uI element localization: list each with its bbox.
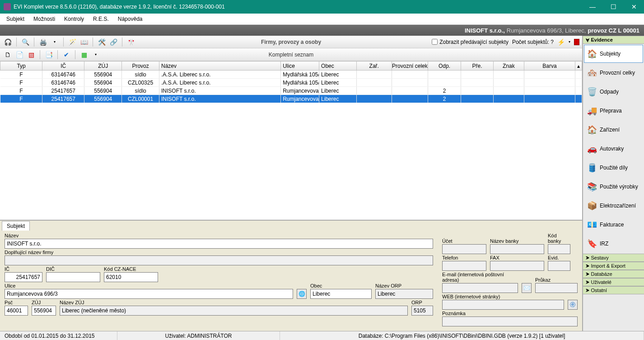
ulice-field[interactable]	[5, 289, 293, 299]
search-icon[interactable]: 🔍	[20, 37, 30, 47]
sidebar-item-za-zen-[interactable]: 🏠Zařízení	[584, 121, 643, 139]
sidebar-item-label: Odpady	[600, 89, 619, 95]
sidebar-item-irz[interactable]: 🔖IRZ	[584, 235, 643, 253]
sidebar-item-pou-it-v-robky[interactable]: 📚Použité výrobky	[584, 178, 643, 196]
count-label: Počet subjektů: ?	[512, 39, 554, 45]
data-grid[interactable]: TypIČZÚJ ProvozNázevUlice ObecZař.Provoz…	[0, 61, 582, 220]
sidebar-item-fakturace[interactable]: 💶Fakturace	[584, 216, 643, 234]
sidebar-item-p-eprava[interactable]: 🚚Přeprava	[584, 102, 643, 120]
sidebar-item-autovraky[interactable]: 🚗Autovraky	[584, 140, 643, 158]
globe-icon[interactable]: 🌐	[297, 289, 307, 299]
wizard-icon[interactable]: 🪄	[67, 37, 77, 47]
menu-kontroly[interactable]: Kontroly	[61, 14, 88, 24]
tab-subjekt[interactable]: Subjekt	[2, 221, 30, 231]
sidebar-section-datab-ze[interactable]: Databáze	[583, 270, 644, 278]
obec-field[interactable]	[310, 289, 372, 299]
ic-field[interactable]	[5, 272, 42, 282]
fax-field[interactable]	[490, 261, 544, 271]
book-icon[interactable]: 📖	[79, 37, 89, 47]
menu-subjekt[interactable]: Subjekt	[3, 14, 28, 24]
sidebar-item-provozn-celky[interactable]: 🏘️Provozní celky	[584, 64, 643, 82]
new-icon[interactable]: 🗋	[3, 50, 13, 60]
print-icon[interactable]: 🖨️	[38, 37, 48, 47]
kod-banky-field[interactable]	[548, 244, 570, 254]
menu-res[interactable]: R.E.S.	[89, 14, 112, 24]
table-row[interactable]: F25417657556904CZL00001INISOFT s.r.o.Rum…	[0, 95, 582, 103]
nazev-orp-field[interactable]	[375, 289, 433, 299]
sidebar-item-label: Fakturace	[600, 222, 624, 228]
telefon-field[interactable]	[442, 261, 486, 271]
nazev-field[interactable]	[5, 239, 433, 249]
excel-dropdown[interactable]: ▾	[91, 50, 101, 60]
edit-icon[interactable]: 📄	[14, 50, 24, 60]
toolbar-title: Firmy, provozy a osoby	[261, 39, 321, 45]
web-field[interactable]	[442, 300, 564, 310]
banka-field[interactable]	[490, 244, 544, 254]
sidebar-section-import-export[interactable]: Import & Export	[583, 262, 644, 270]
ie-icon[interactable]: ⓔ	[568, 300, 578, 310]
excel-icon[interactable]: ▦	[79, 50, 89, 60]
zuj-field[interactable]	[32, 306, 56, 316]
sidebar-item-odpady[interactable]: 🗑️Odpady	[584, 83, 643, 101]
sidebar-icon: 🚚	[586, 105, 598, 117]
dic-field[interactable]	[46, 272, 100, 282]
red-indicator[interactable]	[574, 39, 579, 45]
checkbox-predavajici[interactable]: Zobrazit předávající subjekty	[432, 39, 509, 45]
sidebar-icon: 📦	[586, 200, 598, 212]
app-icon	[4, 3, 11, 10]
nace-field[interactable]	[104, 272, 158, 282]
orp-field[interactable]	[411, 306, 433, 316]
titlebar: EVI Komplet verze 8.5.6.0 (12160), datab…	[0, 0, 644, 14]
dopln-field[interactable]	[5, 255, 433, 265]
sidebar-item-label: Použité díly	[600, 165, 628, 171]
sidebar-item-label: Zařízení	[600, 127, 620, 133]
toolbar-list: 🗋 📄 ▧ 📑 ✔ ▦ ▾ Kompletní seznam	[0, 48, 582, 61]
delete-icon[interactable]: ▧	[26, 50, 36, 60]
sidebar-section-sestavy[interactable]: Sestavy	[583, 254, 644, 262]
banner-company: INISOFT s.r.o.,	[465, 27, 505, 34]
mail-icon[interactable]: ✉️	[522, 283, 532, 293]
status-user: Uživatel: ADMINISTRÁTOR	[117, 331, 280, 340]
print-dropdown-icon[interactable]: ▾	[50, 37, 60, 47]
sidebar-item-label: Použité výrobky	[600, 184, 638, 190]
sidebar-item-elektroza-zen-[interactable]: 📦Elektrozařízení	[584, 197, 643, 215]
nazev-zuj-field[interactable]	[60, 306, 408, 316]
tools-icon[interactable]: 🛠️	[97, 37, 107, 47]
sidebar-icon: 🛢️	[586, 162, 598, 174]
refresh-icon[interactable]: 🎧	[3, 37, 13, 47]
list-title: Kompletní seznam	[269, 52, 313, 58]
menu-moznosti[interactable]: Možnosti	[30, 14, 59, 24]
psc-field[interactable]	[5, 306, 28, 316]
sidebar-section-evidence[interactable]: Evidence	[583, 36, 644, 44]
prukaz-field[interactable]	[535, 283, 578, 293]
sidebar-section-ostatn-[interactable]: Ostatní	[583, 286, 644, 294]
menu-napoveda[interactable]: Nápověda	[114, 14, 146, 24]
sidebar-item-label: Subjekty	[600, 51, 621, 57]
sidebar-item-subjekty[interactable]: 🏠Subjekty	[584, 45, 643, 63]
ucet-field[interactable]	[442, 244, 486, 254]
status-db: Databáze: C:\Program Files (x86)\INISOFT…	[280, 331, 644, 340]
statusbar: Období od 01.01.2015 do 31.12.2015 Uživa…	[0, 331, 644, 340]
email-field[interactable]	[442, 283, 518, 293]
lightning-icon[interactable]: ⚡	[557, 38, 565, 46]
sidebar-icon: 🏠	[586, 48, 598, 60]
poznamka-field[interactable]	[442, 316, 578, 326]
evid-field[interactable]	[548, 261, 570, 271]
minimize-button[interactable]: —	[586, 3, 599, 10]
close-button[interactable]: ✕	[628, 3, 640, 10]
banner-address: Rumjancevova 696/3, Liberec,	[507, 27, 586, 34]
copy-icon[interactable]: 📑	[44, 50, 54, 60]
table-row[interactable]: F25417657556904sídloINISOFT s.r.o.Rumjan…	[0, 87, 582, 95]
table-row[interactable]: F63146746556904sídlo.A.S.A. Liberec s.r.…	[0, 71, 582, 79]
link-icon[interactable]: 🔗	[108, 37, 118, 47]
sidebar-item-pou-it-d-ly[interactable]: 🛢️Použité díly	[584, 159, 643, 177]
lightning-dropdown[interactable]: ▾	[569, 40, 570, 44]
maximize-button[interactable]: ☐	[607, 3, 620, 10]
checkbox-predavajici-input[interactable]	[432, 39, 438, 45]
grid-header-row[interactable]: TypIČZÚJ ProvozNázevUlice ObecZař.Provoz…	[0, 61, 582, 71]
table-row[interactable]: F63146746556904CZL00325.A.S.A. Liberec s…	[0, 79, 582, 87]
sidebar-section-u-ivatel-[interactable]: Uživatelé	[583, 278, 644, 286]
flag-icon[interactable]: 🎌	[126, 37, 136, 47]
banner-provoz: provoz CZ L 00001	[588, 27, 639, 34]
check-icon[interactable]: ✔	[61, 50, 71, 60]
